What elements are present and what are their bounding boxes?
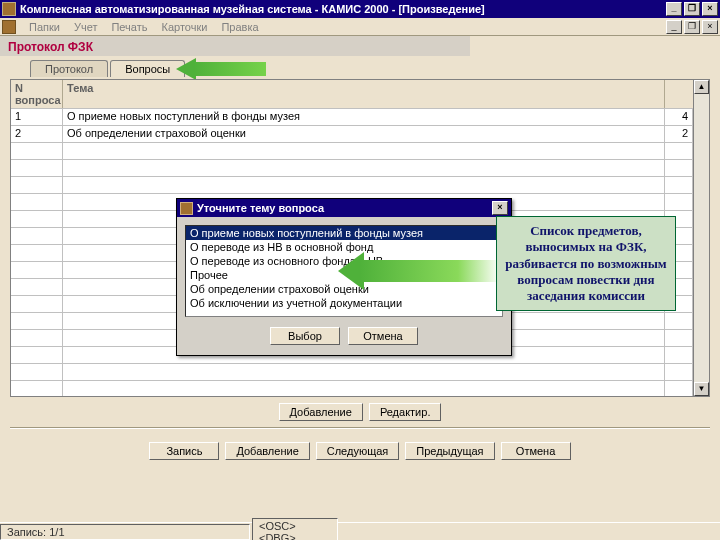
scroll-down-icon[interactable]: ▼: [694, 382, 709, 396]
cancel-button[interactable]: Отмена: [501, 442, 571, 460]
dialog-icon: [180, 202, 193, 215]
main-button-row: Запись Добавление Следующая Предыдущая О…: [0, 432, 720, 466]
mdi-maximize-button[interactable]: ❐: [684, 20, 700, 34]
close-button[interactable]: ×: [702, 2, 718, 16]
dialog-title: Уточните тему вопроса: [197, 202, 492, 214]
menubar: Папки Учет Печать Карточки Правка _ ❐ ×: [0, 18, 720, 36]
annotation-callout: Список предметов, выносимых на ФЗК, разб…: [496, 216, 676, 311]
dialog-cancel-button[interactable]: Отмена: [348, 327, 418, 345]
window-title: Комплексная автоматизированная музейная …: [20, 3, 666, 15]
tab-questions[interactable]: Вопросы: [110, 60, 185, 77]
dialog-option[interactable]: Об исключении из учетной документации: [186, 296, 502, 310]
menu-kartochki[interactable]: Карточки: [155, 21, 215, 33]
table-row[interactable]: 2Об определении страховой оценки2: [11, 125, 693, 142]
grid-header: N вопроса Тема: [11, 80, 693, 108]
menu-papki[interactable]: Папки: [22, 21, 67, 33]
menu-uchet[interactable]: Учет: [67, 21, 105, 33]
table-row[interactable]: [11, 159, 693, 176]
edit-button[interactable]: Редактир.: [369, 403, 442, 421]
table-row[interactable]: [11, 363, 693, 380]
mdi-minimize-button[interactable]: _: [666, 20, 682, 34]
grid-scrollbar[interactable]: ▲ ▼: [693, 80, 709, 396]
col-header-topic: Тема: [63, 80, 665, 108]
add-button[interactable]: Добавление: [279, 403, 363, 421]
status-indicators: <OSC> <DBG>: [252, 518, 338, 541]
section-title: Протокол ФЗК: [0, 36, 470, 56]
grid-button-row: Добавление Редактир.: [0, 397, 720, 423]
col-header-count: [665, 80, 693, 108]
table-row[interactable]: 1О приеме новых поступлений в фонды музе…: [11, 108, 693, 125]
dialog-choose-button[interactable]: Выбор: [270, 327, 340, 345]
status-record: Запись: 1/1: [0, 524, 250, 540]
annotation-arrow-tabs: [176, 58, 266, 80]
table-row[interactable]: [11, 142, 693, 159]
table-row[interactable]: [11, 176, 693, 193]
doc-icon: [2, 20, 16, 34]
maximize-button[interactable]: ❐: [684, 2, 700, 16]
mdi-close-button[interactable]: ×: [702, 20, 718, 34]
minimize-button[interactable]: _: [666, 2, 682, 16]
next-button[interactable]: Следующая: [316, 442, 400, 460]
menu-pechat[interactable]: Печать: [104, 21, 154, 33]
titlebar: Комплексная автоматизированная музейная …: [0, 0, 720, 18]
statusbar: Запись: 1/1 <OSC> <DBG>: [0, 522, 720, 540]
dialog-close-button[interactable]: ×: [492, 201, 508, 215]
scroll-up-icon[interactable]: ▲: [694, 80, 709, 94]
table-row[interactable]: [11, 380, 693, 396]
divider: [10, 427, 710, 428]
prev-button[interactable]: Предыдущая: [405, 442, 494, 460]
menu-pravka[interactable]: Правка: [214, 21, 265, 33]
app-icon: [2, 2, 16, 16]
tabs: Протокол Вопросы: [0, 56, 720, 77]
col-header-number: N вопроса: [11, 80, 63, 108]
tab-protocol[interactable]: Протокол: [30, 60, 108, 77]
add2-button[interactable]: Добавление: [225, 442, 309, 460]
dialog-titlebar: Уточните тему вопроса ×: [177, 199, 511, 217]
save-button[interactable]: Запись: [149, 442, 219, 460]
dialog-option[interactable]: О приеме новых поступлений в фонды музея: [186, 226, 502, 240]
